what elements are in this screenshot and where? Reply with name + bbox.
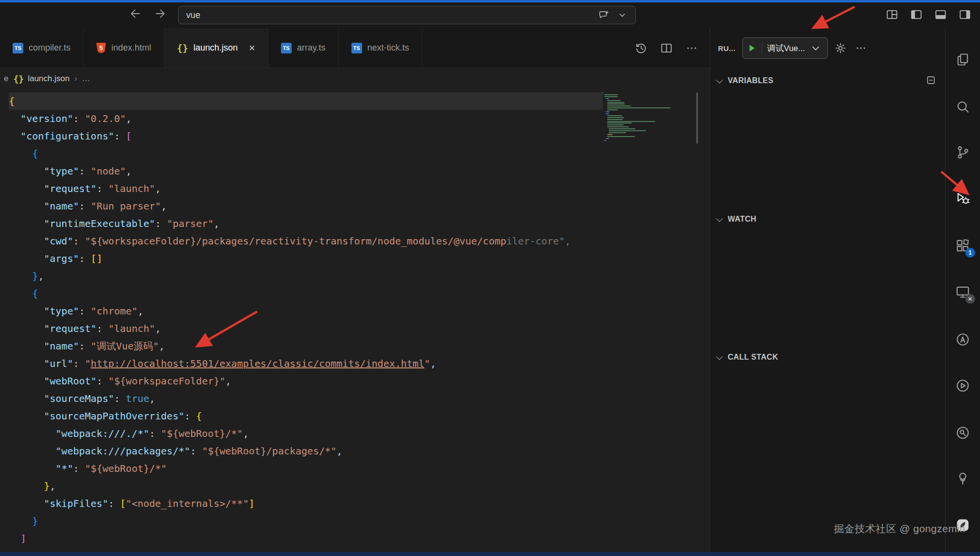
minimap-line — [607, 102, 624, 103]
toggle-panel-icon[interactable] — [934, 8, 947, 21]
editor-actions — [635, 28, 710, 68]
tab-label: next-tick.ts — [368, 43, 409, 53]
toggle-sidebar-left-icon[interactable] — [910, 8, 923, 21]
minimap[interactable] — [601, 92, 680, 156]
editor-group: TScompiler.ts5index.html{}launch.json×TS… — [0, 28, 710, 556]
code-line-10: "args": [] — [9, 250, 603, 267]
activity-search[interactable] — [952, 95, 974, 118]
minimap-line — [607, 124, 624, 125]
activity-bar: 1✕ — [945, 28, 980, 556]
code-line-25: } — [9, 512, 603, 530]
minimap-line — [607, 122, 632, 123]
code-line-23: }, — [9, 477, 603, 495]
code-line-8: "runtimeExecutable": "parser", — [9, 215, 603, 232]
breadcrumb-symbol[interactable]: … — [82, 74, 90, 84]
search-value: vue — [186, 10, 200, 20]
breadcrumb: e {} launch.json › … — [0, 68, 710, 89]
code-line-11: }, — [9, 267, 603, 285]
chevron-right-icon: › — [74, 74, 77, 83]
activity-run-and-debug[interactable] — [952, 187, 974, 209]
section-variables[interactable]: VARIABLES — [710, 72, 945, 89]
ts-file-icon: TS — [13, 43, 23, 53]
tab-index.html[interactable]: 5index.html — [84, 28, 164, 68]
history-icon[interactable] — [635, 42, 648, 54]
search-input[interactable]: vue — [178, 6, 636, 24]
tab-compiler.ts[interactable]: TScompiler.ts — [0, 28, 84, 68]
toggle-sidebar-right-icon[interactable] — [959, 8, 971, 21]
main-area: TScompiler.ts5index.html{}launch.json×TS… — [0, 28, 980, 556]
debug-toolbar: RU... 调试Vue... — [710, 28, 945, 68]
minimap-line — [607, 107, 670, 108]
nav-arrows — [129, 7, 166, 20]
minimap-line — [609, 130, 646, 131]
breadcrumb-file[interactable]: {} launch.json — [13, 74, 70, 84]
more-icon[interactable] — [685, 42, 698, 54]
code-line-21: "webpack:///packages/*": "${webRoot}/pac… — [9, 442, 603, 460]
debug-toolbar-icons — [835, 42, 867, 54]
activity-extensions[interactable]: 1 — [952, 234, 974, 257]
code-editor[interactable]: { "version": "0.2.0", "configurations": … — [0, 89, 710, 556]
minimap-line — [603, 92, 603, 93]
minimap-line — [606, 98, 609, 99]
code-line-13: "type": "chrome", — [9, 302, 603, 320]
section-label: WATCH — [728, 215, 756, 224]
layout-controls — [886, 8, 971, 21]
section-watch[interactable]: WATCH — [710, 210, 945, 228]
close-icon[interactable]: × — [249, 43, 255, 53]
chat-icon[interactable] — [598, 10, 609, 20]
tab-label: index.html — [111, 43, 151, 53]
activity-ext-tree[interactable] — [952, 467, 974, 489]
code-line-3: "configurations": [ — [9, 127, 603, 145]
tab-next-tick.ts[interactable]: TSnext-tick.ts — [339, 28, 422, 68]
debug-config-label: 调试Vue... — [767, 43, 805, 54]
arrow-forward-icon[interactable] — [154, 7, 166, 20]
minimap-line — [607, 121, 655, 122]
activity-ext-circle-search[interactable] — [952, 421, 974, 444]
settings-gear-icon[interactable] — [835, 42, 846, 54]
arrow-back-icon[interactable] — [129, 7, 142, 20]
breadcrumb-folder[interactable]: e — [4, 74, 8, 84]
code-line-5: "type": "node", — [9, 162, 603, 180]
split-editor-icon[interactable] — [660, 42, 673, 54]
chevron-down-icon — [810, 42, 822, 54]
run-debug-panel: RU... 调试Vue... VARIABLESWATCHCALL STACK — [710, 28, 945, 556]
section-call-stack[interactable]: CALL STACK — [710, 348, 945, 366]
code-line-9: "cwd": "${workspaceFolder}/packages/reac… — [9, 232, 603, 250]
minimap-line — [607, 126, 629, 127]
code-line-1: { — [9, 92, 603, 110]
code-line-7: "name": "Run parser", — [9, 197, 603, 215]
badge: ✕ — [965, 294, 975, 304]
code-line-2: "version": "0.2.0", — [9, 110, 603, 127]
json-file-icon: {} — [177, 43, 188, 53]
code-line-12: { — [9, 285, 603, 302]
code-line-19: "sourceMapPathOverrides": { — [9, 407, 603, 425]
vscode-window: vue TScompiler.ts5index.html{}launch.jso… — [0, 0, 980, 556]
debug-config-dropdown[interactable]: 调试Vue... — [742, 37, 828, 59]
layout-grid-icon[interactable] — [886, 8, 898, 21]
tab-array.ts[interactable]: TSarray.ts — [268, 28, 339, 68]
minimap-line — [607, 134, 612, 135]
code-line-20: "webpack:///./*": "${webRoot}/*", — [9, 425, 603, 442]
badge: 1 — [965, 248, 975, 258]
activity-ext-circle-a[interactable] — [952, 328, 974, 350]
code-area[interactable]: { "version": "0.2.0", "configurations": … — [9, 92, 603, 556]
code-line-24: "skipFiles": ["<node_internals>/**"] — [9, 495, 603, 512]
collapse-all-icon[interactable] — [926, 75, 936, 87]
activity-source-control[interactable] — [952, 141, 974, 163]
activity-ext-circle-run[interactable] — [952, 374, 974, 397]
minimap-line — [607, 117, 624, 118]
chevron-down-icon[interactable] — [617, 10, 628, 20]
code-line-14: "request": "launch", — [9, 320, 603, 337]
chevron-down-icon — [716, 353, 723, 360]
command-center-icons — [598, 10, 628, 20]
tab-launch.json[interactable]: {}launch.json× — [164, 28, 268, 68]
ts-file-icon: TS — [351, 43, 362, 53]
activity-remote-explorer[interactable]: ✕ — [952, 280, 974, 303]
code-line-26: ] — [9, 530, 603, 547]
activity-explorer[interactable] — [952, 48, 974, 70]
minimap-line — [607, 104, 625, 104]
watermark: 掘金技术社区 @ gongzemin — [834, 522, 965, 536]
more-icon[interactable] — [855, 42, 867, 54]
minimap-slider[interactable] — [696, 92, 698, 144]
start-debug-button[interactable] — [747, 43, 762, 53]
